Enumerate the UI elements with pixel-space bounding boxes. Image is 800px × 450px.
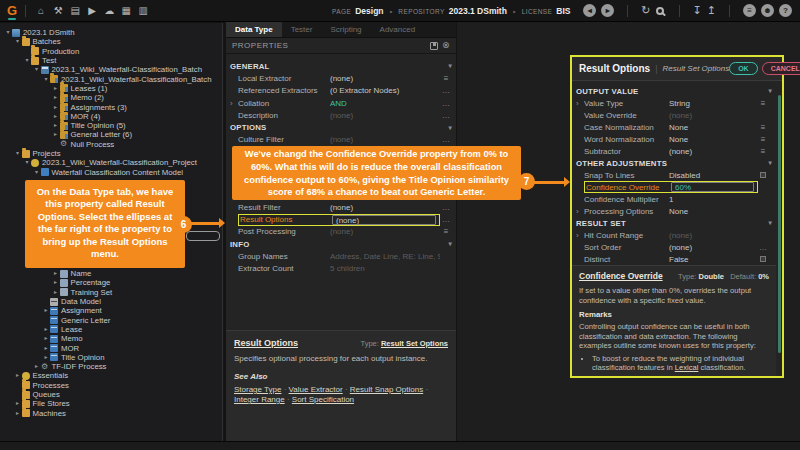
property-value[interactable]: (none)	[669, 231, 758, 240]
expand-icon[interactable]: ›	[230, 99, 238, 108]
tree-expander-icon[interactable]: ▸	[52, 93, 60, 102]
search-icon[interactable]	[656, 7, 664, 15]
ok-button[interactable]: OK	[729, 62, 758, 75]
tree-item-essentials[interactable]: ▸Essentials	[0, 371, 222, 380]
chevron-down-icon[interactable]: ▾	[449, 62, 452, 70]
repository-value[interactable]: 2023.1 DSmith	[449, 6, 507, 16]
tree-expander-icon[interactable]: ▸	[52, 121, 60, 130]
tree-expander-icon[interactable]: ▾	[33, 65, 41, 74]
ellipsis-icon[interactable]: …	[440, 203, 452, 212]
property-value[interactable]: (none)	[330, 74, 440, 83]
database-icon[interactable]: ≡	[743, 4, 756, 17]
tree-expander-icon[interactable]: ▸	[52, 278, 60, 287]
chevron-down-icon[interactable]: ▾	[449, 240, 452, 248]
tree-item-generic-letter[interactable]: Generic Letter	[0, 315, 222, 324]
back-button[interactable]: ◂	[583, 4, 596, 17]
chevron-down-icon[interactable]: ▾	[769, 159, 772, 167]
tree-item-memo[interactable]: ▸Memo	[0, 334, 222, 343]
tree-expander-icon[interactable]: ▾	[23, 56, 31, 65]
tree-item-2023-1-wiki-waterfall-classification-batch[interactable]: ▾2023.1_Wiki_Waterfall-Classification_Ba…	[0, 74, 222, 83]
tree-expander-icon[interactable]: ▸	[52, 130, 60, 139]
tree-expander-icon[interactable]: ▾	[4, 28, 12, 37]
tree-expander-icon[interactable]: ▸	[52, 112, 60, 121]
cancel-button[interactable]: CANCEL	[762, 62, 800, 75]
property-value[interactable]: (none)	[330, 111, 440, 120]
jobs-icon[interactable]: ▦	[119, 5, 133, 16]
property-row-hit-count-range[interactable]: ›Hit Count Range(none)	[572, 229, 776, 241]
tree-item-memo-2[interactable]: ▸Memo (2)	[0, 93, 222, 102]
property-row-distinct[interactable]: DistinctFalse	[572, 253, 776, 265]
tab-data-type[interactable]: Data Type	[226, 22, 282, 37]
property-value[interactable]: (none)	[330, 203, 440, 212]
forward-button[interactable]: ▸	[601, 4, 614, 17]
chevron-down-icon[interactable]: ▾	[769, 87, 772, 95]
upload-icon[interactable]: ↥	[707, 4, 716, 17]
property-row-value-type[interactable]: ›Value TypeString≡	[572, 97, 776, 109]
ellipsis-icon[interactable]: …	[440, 99, 452, 108]
ellipsis-icon[interactable]: …	[440, 111, 452, 120]
property-value[interactable]: 60%	[671, 182, 754, 192]
property-value[interactable]: 5 children	[330, 264, 440, 273]
download-icon[interactable]: ↧	[693, 4, 702, 17]
tree-expander-icon[interactable]: ▾	[14, 149, 22, 158]
tree-inline-input[interactable]	[186, 231, 220, 241]
property-row-referenced-extractors[interactable]: Referenced Extractors(0 Extractor Nodes)…	[226, 85, 456, 97]
ellipsis-icon[interactable]: …	[440, 135, 452, 144]
property-row-subtractor[interactable]: Subtractor(none)≡	[572, 145, 776, 157]
tree-expander-icon[interactable]: ▾	[33, 168, 41, 177]
property-row-processing-options[interactable]: ›Processing OptionsNone	[572, 205, 776, 217]
see-also-link-storage-type[interactable]: Storage Type	[234, 385, 281, 394]
property-row-sort-order[interactable]: Sort Order(none)…	[572, 241, 776, 253]
menu-icon[interactable]: ≡	[758, 147, 768, 156]
expand-icon[interactable]: ›	[576, 99, 584, 108]
home-icon[interactable]: ⌂	[34, 5, 48, 16]
property-row-local-extractor[interactable]: Local Extractor(none)≡	[226, 72, 456, 84]
tree-expander-icon[interactable]: ▸	[52, 288, 60, 297]
section-header-general[interactable]: GENERAL▾	[226, 60, 456, 72]
tree-expander-icon[interactable]: ▾	[14, 37, 22, 46]
account-icon[interactable]: ☻	[761, 4, 774, 17]
property-value[interactable]: (none)	[669, 111, 758, 120]
help-icon[interactable]: ?	[779, 4, 792, 17]
ellipsis-icon[interactable]: …	[758, 243, 768, 252]
property-value[interactable]: String	[669, 99, 758, 108]
section-header-other-adjustments[interactable]: OTHER ADJUSTMENTS▾	[572, 157, 776, 169]
property-row-word-normalization[interactable]: Word NormalizationNone≡	[572, 133, 776, 145]
help-link-lexical[interactable]: Lexical	[675, 363, 699, 372]
menu-icon[interactable]: ≡	[440, 74, 452, 83]
tree-item-queues[interactable]: Queues	[0, 390, 222, 399]
tree-item-test[interactable]: ▾Test	[0, 56, 222, 65]
tree-item-processes[interactable]: Processes	[0, 381, 222, 390]
property-row-post-processing[interactable]: Post Processing(none)≡	[226, 226, 456, 238]
tree-expander-icon[interactable]: ▸	[14, 399, 22, 408]
section-header-result-set[interactable]: RESULT SET▾	[572, 217, 776, 229]
tree-expander-icon[interactable]: ▸	[52, 103, 60, 112]
property-value[interactable]: (none)	[669, 243, 758, 252]
property-value[interactable]: (none)	[669, 147, 758, 156]
property-row-result-options[interactable]: Result Options(none)…	[226, 213, 456, 225]
section-header-options[interactable]: OPTIONS▾	[226, 121, 456, 133]
tab-tester[interactable]: Tester	[282, 22, 322, 37]
property-row-result-filter[interactable]: Result Filter(none)…	[226, 201, 456, 213]
tree-item-data-model[interactable]: Data Model	[0, 297, 222, 306]
section-header-output-value[interactable]: OUTPUT VALUE▾	[572, 85, 776, 97]
menu-icon[interactable]: ≡	[758, 99, 768, 108]
tree-item-waterfall-classification-content-model[interactable]: ▾Waterfall Classification Content Model	[0, 167, 222, 176]
app-logo[interactable]: G	[7, 2, 17, 20]
tree-expander-icon[interactable]: ▾	[42, 75, 50, 84]
tree-item-file-stores[interactable]: ▸File Stores	[0, 399, 222, 408]
checkbox-icon[interactable]	[758, 171, 768, 180]
ellipsis-icon[interactable]: …	[440, 86, 452, 95]
tree-item-lease[interactable]: ▸Lease	[0, 325, 222, 334]
close-icon[interactable]: ⊗	[442, 41, 450, 50]
tree-item-mor[interactable]: ▸MOR	[0, 343, 222, 352]
tree-item-2023-1-wiki-waterfall-classification-batch[interactable]: ▾2023.1_Wiki_Waterfall-Classification_Ba…	[0, 65, 222, 74]
refresh-icon[interactable]: ↻	[641, 4, 650, 17]
tree-expander-icon[interactable]: ▸	[52, 269, 60, 278]
tree-expander-icon[interactable]: ▸	[42, 353, 50, 362]
property-row-snap-to-lines[interactable]: Snap To LinesDisabled	[572, 169, 776, 181]
see-also-link-result-snap-options[interactable]: Result Snap Options	[350, 385, 423, 394]
see-also-link-value-extractor[interactable]: Value Extractor	[289, 385, 343, 394]
property-value[interactable]: Address, Date Line, RE: Line, Salut...	[330, 252, 440, 261]
tab-advanced[interactable]: Advanced	[371, 22, 425, 37]
